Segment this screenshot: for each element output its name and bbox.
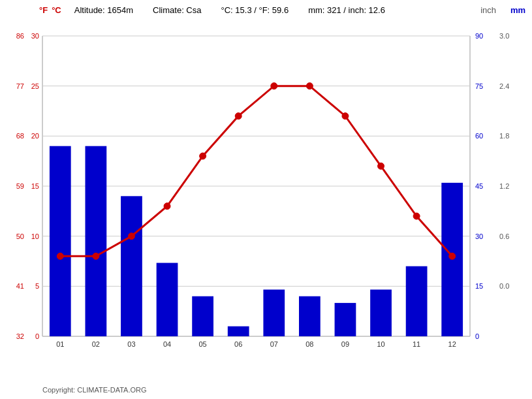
svg-text:11: 11 [413,340,420,348]
svg-text:75: 75 [475,82,483,90]
svg-point-71 [413,213,420,219]
svg-point-66 [235,113,242,120]
svg-text:20: 20 [31,132,39,140]
copyright: Copyright: CLIMATE-DATA.ORG [42,386,147,394]
svg-text:03: 03 [127,340,135,348]
svg-text:5: 5 [35,282,39,290]
svg-point-72 [449,253,456,259]
svg-text:06: 06 [234,340,242,348]
svg-text:3.0: 3.0 [499,32,509,40]
svg-rect-49 [50,146,71,336]
unit-fahrenheit: °F [39,5,48,15]
svg-point-62 [93,253,99,259]
svg-point-64 [164,203,170,210]
svg-text:45: 45 [475,182,483,190]
svg-rect-51 [121,196,142,336]
svg-text:60: 60 [475,132,483,140]
svg-text:09: 09 [341,340,349,348]
svg-text:10: 10 [31,232,39,240]
svg-text:90: 90 [475,32,483,40]
svg-text:04: 04 [163,340,171,348]
svg-text:0.0: 0.0 [499,282,509,290]
svg-text:0: 0 [475,332,479,340]
svg-rect-54 [228,327,249,336]
svg-point-65 [200,153,206,159]
altitude-label: Altitude: 1654m [74,5,133,15]
svg-rect-55 [263,289,285,336]
svg-text:02: 02 [92,340,100,348]
svg-rect-53 [192,296,213,336]
temp-label: °C: 15.3 / °F: 59.6 [221,5,289,15]
svg-text:77: 77 [16,82,24,90]
svg-text:12: 12 [448,340,456,348]
svg-text:1.8: 1.8 [499,132,509,140]
svg-text:2.4: 2.4 [499,82,509,90]
svg-text:41: 41 [16,282,24,290]
svg-text:68: 68 [16,132,24,140]
svg-text:15: 15 [31,182,39,190]
svg-text:86: 86 [16,32,24,40]
svg-point-70 [378,163,384,169]
svg-rect-57 [335,303,356,336]
climate-label: Climate: Csa [153,5,201,15]
unit-celsius: °C [52,5,61,15]
svg-text:25: 25 [31,82,39,90]
svg-text:0: 0 [35,332,39,340]
svg-point-61 [57,253,63,259]
svg-rect-50 [86,146,107,336]
svg-text:30: 30 [31,32,39,40]
svg-text:30: 30 [475,232,483,240]
svg-rect-59 [406,266,428,336]
svg-text:59: 59 [16,182,24,190]
svg-text:1.2: 1.2 [499,182,509,190]
svg-text:0.6: 0.6 [499,232,509,240]
unit-mm: mm [510,5,525,15]
svg-text:01: 01 [56,340,64,348]
svg-rect-52 [157,263,178,336]
svg-rect-58 [370,289,392,336]
svg-text:10: 10 [377,340,384,348]
svg-text:07: 07 [270,340,278,348]
svg-text:15: 15 [475,282,483,290]
svg-text:32: 32 [16,332,24,340]
svg-text:05: 05 [199,340,207,348]
chart-container: °F °C Altitude: 1654m Climate: Csa °C: 1… [0,0,532,399]
svg-point-68 [306,83,313,89]
unit-inch: inch [480,5,496,15]
svg-text:50: 50 [16,232,24,240]
main-chart-svg: 30862577206815591050541032903.0752.4601.… [0,23,532,379]
svg-point-67 [271,83,277,89]
svg-rect-56 [299,296,321,336]
precip-label: mm: 321 / inch: 12.6 [308,5,385,15]
svg-point-63 [128,233,134,240]
svg-text:08: 08 [305,340,313,348]
svg-point-69 [342,113,349,120]
header-row: °F °C Altitude: 1654m Climate: Csa °C: 1… [0,5,532,15]
